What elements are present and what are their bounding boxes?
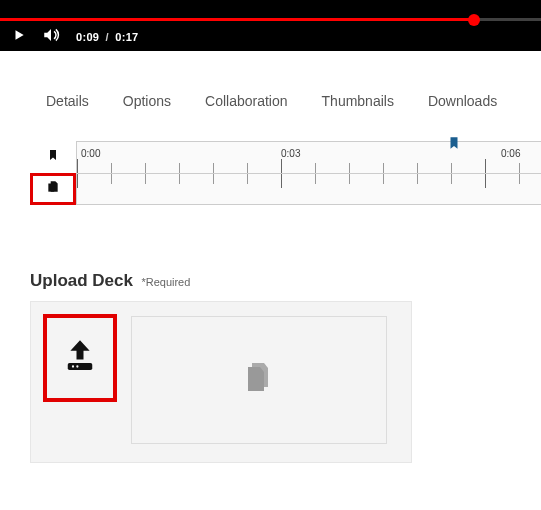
svg-rect-0 [68, 363, 93, 370]
video-progress-track[interactable] [0, 18, 541, 21]
deck-slot[interactable] [131, 316, 387, 444]
video-progress-fill [0, 18, 472, 21]
tab-bar: Details Options Collaboration Thumbnails… [0, 51, 541, 129]
video-progress-head[interactable] [468, 14, 480, 26]
video-controls: 0:09 / 0:17 [12, 25, 529, 49]
bookmark-icon [47, 148, 59, 166]
required-label: *Required [141, 276, 190, 288]
upload-deck-panel [30, 301, 412, 463]
document-icon [46, 180, 60, 198]
svg-point-1 [72, 365, 74, 367]
svg-point-2 [76, 365, 78, 367]
video-player[interactable]: 0:09 / 0:17 [0, 0, 541, 51]
tab-details[interactable]: Details [46, 93, 89, 109]
timeline: 0:00 0:03 0:06 [30, 141, 541, 205]
video-duration: 0:17 [115, 31, 138, 43]
tab-downloads[interactable]: Downloads [428, 93, 497, 109]
upload-deck-section: Upload Deck *Required [0, 205, 541, 463]
time-separator: / [106, 31, 109, 43]
tick-label-6: 0:06 [501, 148, 520, 159]
tick-label-0: 0:00 [81, 148, 100, 159]
timeline-ruler-top: 0:00 0:03 0:06 [77, 142, 541, 174]
upload-button[interactable] [43, 314, 117, 402]
upload-deck-title: Upload Deck [30, 271, 133, 290]
timeline-row-icons [30, 141, 76, 205]
upload-icon [59, 335, 101, 381]
document-stack-icon [246, 363, 272, 397]
tab-collaboration[interactable]: Collaboration [205, 93, 288, 109]
tab-options[interactable]: Options [123, 93, 171, 109]
current-time: 0:09 [76, 31, 99, 43]
tab-thumbnails[interactable]: Thumbnails [322, 93, 394, 109]
timeline-slides-row-toggle[interactable] [30, 173, 76, 205]
tick-label-3: 0:03 [281, 148, 300, 159]
upload-deck-heading: Upload Deck *Required [30, 271, 541, 291]
timeline-bookmark-row-toggle[interactable] [30, 141, 76, 173]
timeline-track[interactable]: 0:00 0:03 0:06 [76, 141, 541, 205]
volume-icon[interactable] [42, 26, 60, 48]
play-icon[interactable] [12, 28, 26, 46]
timeline-ruler-bottom [77, 174, 541, 205]
video-time: 0:09 / 0:17 [76, 31, 139, 43]
